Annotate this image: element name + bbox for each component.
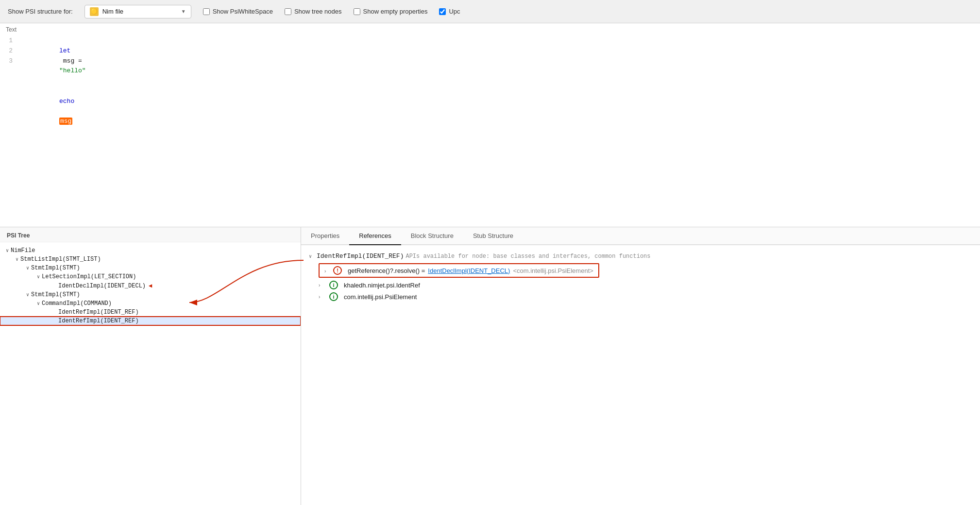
- show-tree-nodes-checkbox[interactable]: [285, 8, 291, 15]
- tree-node-stmt1[interactable]: ∨ StmtImpl(STMT): [0, 264, 301, 272]
- tree-text-stmt2: StmtImpl(STMT): [31, 291, 80, 298]
- tree-text-identref1: IdentRefImpl(IDENT_REF): [58, 309, 139, 316]
- tree-node-identref1[interactable]: IdentRefImpl(IDENT_REF): [0, 308, 301, 317]
- line-number-1: 1: [5, 36, 13, 46]
- string-hello: "hello": [59, 67, 86, 74]
- show-psi-whitespace-checkbox[interactable]: [203, 8, 210, 15]
- tab-block-structure[interactable]: Block Structure: [401, 227, 463, 245]
- code-line-3: [21, 137, 976, 147]
- file-type-icon: 🟡: [90, 7, 99, 16]
- psi-tree-header: PSI Tree: [0, 227, 301, 242]
- show-empty-properties-group[interactable]: Show empty properties: [354, 8, 428, 15]
- tabs-bar: Properties References Block Structure St…: [301, 227, 980, 245]
- tree-content: ∨ NimFile ∨ StmtListImpl(STMT_LIST) ∨ St…: [0, 242, 301, 505]
- tab-references[interactable]: References: [349, 227, 401, 245]
- element-type: <com.intellij.psi.PsiElement>: [513, 267, 593, 274]
- tree-node-nimfile[interactable]: ∨ NimFile: [0, 246, 301, 255]
- tree-text-letsection: LetSectionImpl(LET_SECTION): [42, 273, 136, 280]
- khaledh-row: › i khaledh.nimjet.psi.IdentRef: [319, 281, 972, 289]
- tree-node-identdecl[interactable]: IdentDeclImpl(IDENT_DECL) ◀: [0, 281, 301, 290]
- text-section-label: Text: [0, 23, 980, 34]
- tab-properties[interactable]: Properties: [301, 227, 349, 245]
- tree-node-stmt2[interactable]: ∨ StmtImpl(STMT): [0, 290, 301, 299]
- show-empty-properties-label: Show empty properties: [363, 8, 428, 15]
- editor-area: 1 2 3 let msg = "hello" echo msg: [0, 34, 980, 227]
- ident-ref-title: IdentRefImpl(IDENT_REF): [317, 252, 404, 260]
- tree-text-identref2: IdentRefImpl(IDENT_REF): [58, 318, 139, 324]
- khaledh-text: khaledh.nimjet.psi.IdentRef: [344, 282, 420, 289]
- tree-node-letsection[interactable]: ∨ LetSectionImpl(LET_SECTION): [0, 272, 301, 281]
- ident-decl-link[interactable]: IdentDeclImpl(IDENT_DECL): [428, 267, 510, 274]
- show-empty-properties-checkbox[interactable]: [354, 8, 360, 15]
- toolbar-label: Show PSI structure for:: [8, 8, 73, 15]
- api-note: APIs available for node: base classes an…: [406, 253, 650, 260]
- khaledh-toggle[interactable]: ›: [319, 283, 326, 288]
- main-content: Text 1 2 3 let msg = "hello" echo msg: [0, 23, 980, 505]
- tree-toggle-stmt2[interactable]: ∨: [24, 292, 31, 298]
- ident-ref-toggle[interactable]: ∨: [309, 253, 317, 259]
- tree-toggle-stmt1[interactable]: ∨: [24, 265, 31, 271]
- get-reference-box: › ! getReference()?.resolve() = IdentDec…: [319, 263, 599, 278]
- com-intellij-row: › i com.intellij.psi.PsiElement: [319, 292, 972, 301]
- code-content[interactable]: let msg = "hello" echo msg: [17, 34, 980, 227]
- show-update-checkbox[interactable]: [439, 8, 446, 15]
- tree-node-identref2[interactable]: IdentRefImpl(IDENT_REF): [0, 317, 301, 325]
- khaledh-icon: i: [329, 281, 338, 289]
- bottom-split: PSI Tree ∨ NimFile ∨ StmtListImpl(STMT_L…: [0, 227, 980, 505]
- tree-node-stmtlist[interactable]: ∨ StmtListImpl(STMT_LIST): [0, 255, 301, 264]
- toolbar: Show PSI structure for: 🟡 Nim file ▼ Sho…: [0, 0, 980, 23]
- file-name: Nim file: [102, 8, 177, 15]
- code-space: msg =: [59, 57, 86, 65]
- com-intellij-toggle[interactable]: ›: [319, 294, 326, 300]
- tree-text-nimfile: NimFile: [11, 247, 35, 254]
- properties-content: ∨ IdentRefImpl(IDENT_REF) APIs available…: [301, 245, 980, 505]
- arrow-target-icon: ◀: [149, 282, 152, 289]
- show-psi-whitespace-group[interactable]: Show PsiWhiteSpace: [203, 8, 273, 15]
- code-line-1: let msg = "hello": [21, 36, 976, 86]
- tree-text-identdecl: IdentDeclImpl(IDENT_DECL): [58, 283, 146, 289]
- tab-stub-structure[interactable]: Stub Structure: [463, 227, 523, 245]
- text-section: Text 1 2 3 let msg = "hello" echo msg: [0, 23, 980, 227]
- show-tree-nodes-group[interactable]: Show tree nodes: [285, 8, 342, 15]
- keyword-echo: echo: [59, 98, 74, 105]
- show-update-label: Upc: [449, 8, 460, 15]
- get-reference-section: › ! getReference()?.resolve() = IdentDec…: [319, 263, 972, 278]
- msg-highlighted: msg: [59, 118, 72, 125]
- tree-text-stmt1: StmtImpl(STMT): [31, 265, 80, 271]
- tree-toggle-command[interactable]: ∨: [35, 301, 42, 306]
- show-tree-nodes-label: Show tree nodes: [294, 8, 342, 15]
- tree-text-stmtlist: StmtListImpl(STMT_LIST): [20, 256, 101, 263]
- tree-toggle-letsection[interactable]: ∨: [35, 274, 42, 280]
- line-numbers: 1 2 3: [0, 34, 17, 227]
- file-type-dropdown[interactable]: 🟡 Nim file ▼: [84, 5, 191, 18]
- com-intellij-icon: i: [329, 292, 338, 301]
- show-psi-whitespace-label: Show PsiWhiteSpace: [213, 8, 273, 15]
- code-space2: [59, 108, 63, 115]
- tree-node-command[interactable]: ∨ CommandImpl(COMMAND): [0, 299, 301, 308]
- get-reference-method: getReference()?.resolve() =: [348, 267, 425, 274]
- get-reference-toggle[interactable]: ›: [324, 269, 330, 274]
- keyword-let: let: [59, 47, 70, 54]
- tree-toggle-nimfile[interactable]: ∨: [4, 248, 11, 253]
- ident-ref-header-row: ∨ IdentRefImpl(IDENT_REF) APIs available…: [309, 251, 972, 261]
- show-update-group[interactable]: Upc: [439, 8, 460, 15]
- code-line-2: echo msg: [21, 86, 976, 137]
- tree-toggle-stmtlist[interactable]: ∨: [14, 256, 20, 262]
- line-number-3: 3: [5, 56, 13, 67]
- tree-text-command: CommandImpl(COMMAND): [42, 300, 112, 307]
- properties-panel: Properties References Block Structure St…: [301, 227, 980, 505]
- chevron-down-icon: ▼: [181, 9, 186, 14]
- error-icon: !: [333, 266, 342, 275]
- psi-tree-panel: PSI Tree ∨ NimFile ∨ StmtListImpl(STMT_L…: [0, 227, 301, 505]
- line-number-2: 2: [5, 46, 13, 56]
- com-intellij-text: com.intellij.psi.PsiElement: [344, 293, 417, 301]
